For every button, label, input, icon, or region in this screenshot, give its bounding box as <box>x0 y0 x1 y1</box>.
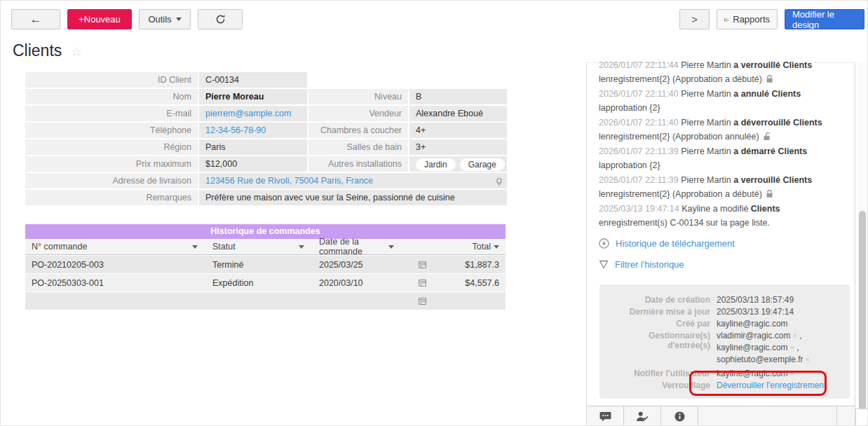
history-text: Pierre Martin <box>681 118 733 128</box>
table-row[interactable] <box>25 292 506 310</box>
manager-item: kayline@ragic.com× , <box>717 343 843 352</box>
form-row: Adresse de livraison123456 Rue de Rivoli… <box>25 173 507 188</box>
map-pin-icon <box>496 176 503 188</box>
field-value[interactable]: 3+ <box>409 139 507 155</box>
details-grid: Date de création2025/03/13 18:57:49Derni… <box>606 295 843 390</box>
field-value[interactable]: 4+ <box>409 123 507 138</box>
info-button[interactable] <box>661 406 698 426</box>
comments-button[interactable] <box>587 406 624 426</box>
sort-caret-icon[interactable] <box>192 245 198 249</box>
field-value[interactable]: B <box>409 89 507 104</box>
field-value[interactable]: pierrem@sample.com <box>199 106 307 121</box>
manager-item: vladimir@ragic.com× , <box>717 331 843 341</box>
reports-button[interactable]: Rapports <box>717 9 778 29</box>
new-record-button[interactable]: +Nouveau <box>67 9 132 29</box>
field-text: Préfère une maison avec vue sur la Seine… <box>205 193 455 202</box>
created-date-value: 2025/03/13 18:57:49 <box>717 295 843 305</box>
refresh-button[interactable] <box>198 9 243 29</box>
field-label: Nom <box>25 89 198 104</box>
table-cell-calendar[interactable] <box>402 297 442 305</box>
sort-caret-icon[interactable] <box>494 245 499 249</box>
table-cell: PO-20250303-001 <box>25 278 206 288</box>
field-link[interactable]: 12-34-56-78-90 <box>205 125 266 135</box>
field-value[interactable]: Préfère une maison avec vue sur la Seine… <box>199 190 507 205</box>
column-header[interactable]: Total <box>442 242 506 252</box>
field-text: Alexandre Eboué <box>416 109 483 118</box>
unlock-icon <box>763 132 772 141</box>
remove-icon[interactable]: × <box>806 355 810 364</box>
column-header[interactable]: Date de la commande <box>313 237 402 256</box>
field-text: C-00134 <box>205 75 239 85</box>
field-link[interactable]: pierrem@sample.com <box>205 109 291 118</box>
scrollbar-corner <box>855 408 868 426</box>
field-value[interactable]: 12-34-56-78-90 <box>199 123 307 138</box>
unlock-record-link[interactable]: Déverrouiller l'enregistrement <box>717 380 826 390</box>
history-text: lenregistrement{2} (Approbation annulée) <box>599 132 759 142</box>
history-text: Pierre Martin <box>681 89 733 99</box>
tools-label: Outils <box>148 14 171 25</box>
history-entry: 2025/03/13 18:57:49 Kayline a ajouté Cli… <box>599 231 845 233</box>
history-text: Clients <box>751 204 780 214</box>
back-button[interactable]: ← <box>11 9 60 29</box>
tools-dropdown-button[interactable]: Outils <box>139 9 191 29</box>
field-value[interactable]: Pierre Moreau <box>199 89 307 104</box>
field-value[interactable]: $12,000 <box>199 156 307 172</box>
chart-icon <box>724 15 728 24</box>
lock-label: Verrouillage <box>606 380 710 390</box>
history-sidebar: 2026/01/07 22:11:44 Pierre Martin a verr… <box>586 62 855 426</box>
field-link[interactable]: 123456 Rue de Rivoli, 75004 Paris, Franc… <box>205 176 373 186</box>
field-label: Chambres à coucher <box>308 123 408 138</box>
form-row: Téléphone12-34-56-78-90Chambres à couche… <box>25 123 507 138</box>
notify-user-value: kayline@ragic.com× <box>717 369 843 378</box>
map-pin-icon <box>496 177 503 186</box>
history-text: Pierre Martin <box>681 146 733 156</box>
table-cell: $4,557.6 <box>442 278 506 288</box>
field-value[interactable]: 123456 Rue de Rivoli, 75004 Paris, Franc… <box>199 173 507 188</box>
table-cell: $1,887.3 <box>442 260 506 270</box>
remove-icon[interactable]: × <box>790 369 794 378</box>
field-label: Niveau <box>308 89 408 104</box>
history-text: a verrouillé Clients <box>733 175 812 185</box>
column-header[interactable]: N° commande <box>25 242 206 252</box>
history-entry: 2026/01/07 22:11:39 Pierre Martin a déma… <box>599 144 845 172</box>
table-cell-calendar[interactable] <box>402 261 442 268</box>
filter-history-link[interactable]: Filtrer l'historique <box>599 259 735 270</box>
assign-user-button[interactable] <box>624 406 661 426</box>
history-text: a annulé Clients <box>733 89 801 99</box>
field-text: 3+ <box>416 142 426 152</box>
sort-caret-icon[interactable] <box>299 245 304 249</box>
history-text: a déverrouillé Clients <box>733 118 822 128</box>
history-entry: 2026/01/07 22:11:39 Pierre Martin a verr… <box>599 173 845 201</box>
field-value[interactable]: JardinGarage <box>409 156 507 172</box>
history-timestamp: 2026/01/07 22:11:39 <box>599 175 681 185</box>
chat-icon <box>599 411 611 422</box>
created-by-value: kayline@ragic.com <box>717 319 843 329</box>
separator: , <box>797 331 802 341</box>
table-row[interactable]: PO-20210205-003Terminé2025/03/25$1,887.3 <box>25 256 506 273</box>
table-row[interactable]: PO-20250303-001Expédition2020/03/10$4,55… <box>25 274 506 291</box>
history-text: lenregistrement{2} (Approbation a débuté… <box>599 74 762 84</box>
history-text: lenregistrement{2} (Approbation a débuté… <box>599 189 762 199</box>
table-cell-calendar[interactable] <box>402 279 442 287</box>
manager-email: sophietuto@exemple.fr <box>717 355 803 364</box>
modify-design-button[interactable]: Modifier le design <box>785 9 864 29</box>
tag-pill[interactable]: Garage <box>460 158 505 171</box>
entry-managers-value: vladimir@ragic.com× ,kayline@ragic.com× … <box>717 331 843 366</box>
bottom-bar-spacer <box>698 406 836 426</box>
history-text: Kayline <box>681 233 712 233</box>
column-header[interactable]: Statut <box>206 242 313 252</box>
scrollbar-thumb[interactable] <box>859 211 866 426</box>
field-value[interactable]: C-00134 <box>199 72 307 88</box>
lock-icon <box>766 74 773 83</box>
column-header-label: Date de la commande <box>319 237 388 256</box>
field-value[interactable]: Alexandre Eboué <box>409 106 507 121</box>
next-record-button[interactable]: > <box>679 9 710 29</box>
field-label: Téléphone <box>25 123 198 138</box>
field-label: Remarques <box>25 190 198 205</box>
field-value[interactable]: Paris <box>199 139 307 155</box>
tag-pill[interactable]: Jardin <box>416 158 456 171</box>
star-icon[interactable]: ☆ <box>71 44 82 60</box>
download-history-link[interactable]: Historique de téléchargement <box>599 238 735 249</box>
sort-caret-icon[interactable] <box>388 245 394 249</box>
filter-history-label: Filtrer l'historique <box>615 259 684 270</box>
